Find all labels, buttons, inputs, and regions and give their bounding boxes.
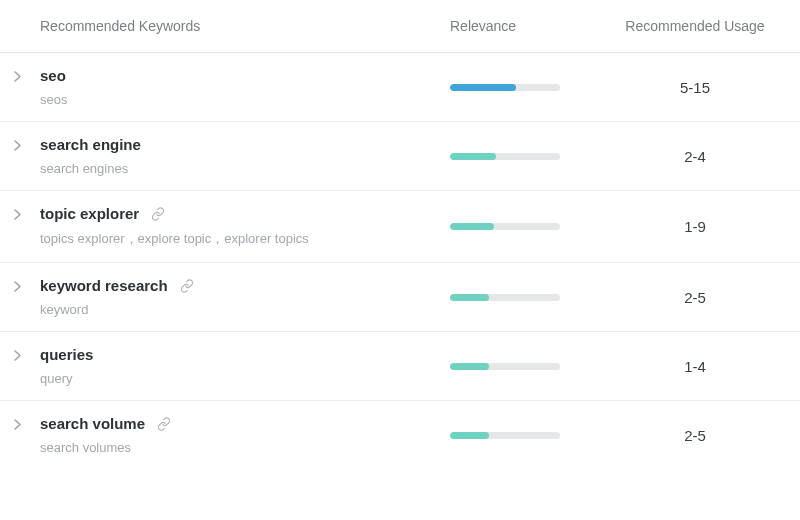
relevance-bar (450, 363, 560, 370)
keyword-text: search volume search volumes (40, 415, 171, 455)
keyword-main: keyword research (40, 277, 168, 294)
expand-toggle[interactable] (14, 71, 32, 82)
table-row: topic explorer topics explorer，explore t… (0, 191, 800, 263)
keyword-cell: topic explorer topics explorer，explore t… (0, 205, 450, 248)
keyword-cell: search engine search engines (0, 136, 450, 176)
usage-value: 2-5 (620, 427, 800, 444)
chevron-right-icon (14, 209, 21, 220)
table-row: search volume search volumes 2-5 (0, 401, 800, 469)
keyword-main: search engine (40, 136, 141, 153)
keyword-cell: queries query (0, 346, 450, 386)
relevance-fill (450, 363, 489, 370)
usage-value: 1-9 (620, 218, 800, 235)
expand-toggle[interactable] (14, 140, 32, 151)
table-row: queries query 1-4 (0, 332, 800, 401)
expand-toggle[interactable] (14, 419, 32, 430)
relevance-cell (450, 223, 620, 230)
header-usage: Recommended Usage (620, 18, 800, 34)
usage-value: 2-4 (620, 148, 800, 165)
keyword-text: search engine search engines (40, 136, 141, 176)
header-keywords: Recommended Keywords (0, 18, 450, 34)
usage-value: 5-15 (620, 79, 800, 96)
relevance-cell (450, 84, 620, 91)
keyword-variants: query (40, 371, 93, 386)
keyword-variants: search volumes (40, 440, 171, 455)
relevance-bar (450, 294, 560, 301)
chevron-right-icon (14, 71, 21, 82)
relevance-fill (450, 432, 489, 439)
keyword-text: keyword research keyword (40, 277, 194, 317)
table-header: Recommended Keywords Relevance Recommend… (0, 0, 800, 53)
keyword-text: seo seos (40, 67, 67, 107)
relevance-cell (450, 432, 620, 439)
keyword-line: search engine (40, 136, 141, 153)
keyword-cell: search volume search volumes (0, 415, 450, 455)
keyword-cell: seo seos (0, 67, 450, 107)
expand-toggle[interactable] (14, 281, 32, 292)
chevron-right-icon (14, 281, 21, 292)
relevance-cell (450, 294, 620, 301)
keyword-line: topic explorer (40, 205, 309, 222)
link-icon (180, 279, 194, 293)
table-row: seo seos 5-15 (0, 53, 800, 122)
chevron-right-icon (14, 350, 21, 361)
relevance-cell (450, 363, 620, 370)
keyword-main: queries (40, 346, 93, 363)
table-row: search engine search engines 2-4 (0, 122, 800, 191)
keyword-cell: keyword research keyword (0, 277, 450, 317)
keyword-text: queries query (40, 346, 93, 386)
header-relevance: Relevance (450, 18, 620, 34)
keyword-variants: search engines (40, 161, 141, 176)
relevance-fill (450, 153, 496, 160)
relevance-fill (450, 223, 494, 230)
link-icon (151, 207, 165, 221)
keyword-line: search volume (40, 415, 171, 432)
chevron-right-icon (14, 140, 21, 151)
keyword-main: search volume (40, 415, 145, 432)
usage-value: 2-5 (620, 289, 800, 306)
link-icon (157, 417, 171, 431)
table-row: keyword research keyword 2-5 (0, 263, 800, 332)
keyword-main: seo (40, 67, 66, 84)
keyword-variants: topics explorer，explore topic，explorer t… (40, 230, 309, 248)
keyword-line: queries (40, 346, 93, 363)
keyword-line: seo (40, 67, 67, 84)
relevance-fill (450, 84, 516, 91)
expand-toggle[interactable] (14, 350, 32, 361)
relevance-bar (450, 223, 560, 230)
usage-value: 1-4 (620, 358, 800, 375)
keyword-table: Recommended Keywords Relevance Recommend… (0, 0, 800, 469)
relevance-bar (450, 84, 560, 91)
keyword-variants: seos (40, 92, 67, 107)
keyword-text: topic explorer topics explorer，explore t… (40, 205, 309, 248)
relevance-cell (450, 153, 620, 160)
keyword-line: keyword research (40, 277, 194, 294)
expand-toggle[interactable] (14, 209, 32, 220)
chevron-right-icon (14, 419, 21, 430)
keyword-variants: keyword (40, 302, 194, 317)
relevance-bar (450, 153, 560, 160)
relevance-bar (450, 432, 560, 439)
relevance-fill (450, 294, 489, 301)
keyword-main: topic explorer (40, 205, 139, 222)
table-body: seo seos 5-15 (0, 53, 800, 469)
